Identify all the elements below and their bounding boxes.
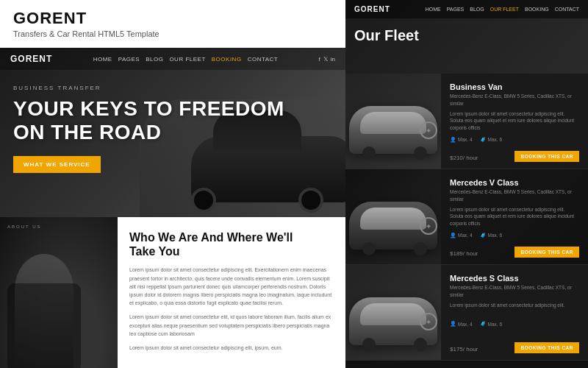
mercedes-logo-1 <box>420 121 437 139</box>
car-specs-3: 👤 Max. 4 🧳 Max. 6 <box>450 321 579 327</box>
hero-subtitle: BUSINESS TRANSFER <box>13 85 332 91</box>
car-name-2: Mercedes V Class <box>450 178 579 187</box>
brand-title: GORENT <box>13 9 332 28</box>
brand-subtitle: Transfers & Car Rental HTML5 Template <box>13 29 332 38</box>
passenger-icon-1: 👤 <box>450 137 456 143</box>
about-title-line1: Who We Are And Where We'll <box>129 231 293 244</box>
book-button-1[interactable]: BOOKING THIS CAR <box>514 151 579 162</box>
hero-title-line2: On The Road <box>13 121 162 144</box>
car-bottom-2: $189/ hour BOOKING THIS CAR <box>450 245 579 258</box>
about-image-inner <box>0 217 118 368</box>
fl-nav-pages[interactable]: PAGES <box>447 7 465 12</box>
about-tag: ABOUT US <box>7 224 42 229</box>
car-price-unit-1: / hour <box>463 155 478 161</box>
car-image-3 <box>345 265 441 360</box>
about-text-1: Lorem ipsum dolor sit amet consectetur a… <box>129 266 334 307</box>
fl-nav-fleet[interactable]: OUR FLEET <box>490 7 519 12</box>
fleet-heading: Our Fleet <box>345 18 588 49</box>
mercedes-logo-2 <box>420 217 437 235</box>
social-fb: f <box>319 56 320 63</box>
mercedes-logo-3 <box>420 313 437 330</box>
car-bottom-1: $210/ hour BOOKING THIS CAR <box>450 149 579 163</box>
nav-link-contact[interactable]: CONTACT <box>248 56 279 63</box>
nav-link-fleet[interactable]: OUR FLEET <box>169 56 205 63</box>
fl-nav-contact[interactable]: CONTACT <box>555 7 579 12</box>
car-passengers-1: 👤 Max. 4 <box>450 137 473 143</box>
car-price-unit-3: / hour <box>463 346 478 353</box>
passenger-icon-2: 👤 <box>450 233 456 238</box>
book-button-3[interactable]: BOOKING THIS CAR <box>514 342 579 353</box>
car-price-unit-2: / hour <box>463 250 478 257</box>
passenger-icon-3: 👤 <box>450 321 456 327</box>
fl-nav-blog[interactable]: BLOG <box>470 7 484 12</box>
hero-section: GORENT HOME PAGES BLOG OUR FLEET BOOKING… <box>0 48 345 217</box>
car-full-desc-2: Lorem ipsum dolor sit amet consectetur a… <box>450 206 579 227</box>
fleet-top-section: GORENT HOME PAGES BLOG OUR FLEET BOOKING… <box>345 0 588 74</box>
hero-car-wheel-front <box>191 188 216 213</box>
luggage-icon-2: 🧳 <box>480 233 487 238</box>
car-price-1: $210/ hour <box>450 149 478 163</box>
hero-car-wheel-rear <box>298 188 323 213</box>
about-text-3: Lorem ipsum dolor sit amet consectetur a… <box>129 344 334 352</box>
hero-content: BUSINESS TRANSFER Your Keys To Freedom O… <box>0 70 345 173</box>
nav-link-home[interactable]: HOME <box>93 56 112 63</box>
car-name-3: Mercedes S Class <box>450 274 579 283</box>
car-card-3: Mercedes S Class Mercedes-Benz E-Class, … <box>345 265 588 361</box>
car-image-1 <box>345 74 441 169</box>
book-button-2[interactable]: BOOKING THIS CAR <box>514 247 579 258</box>
car-desc-3: Mercedes-Benz E-Class, BMW 5 Series, Cad… <box>450 284 579 299</box>
car-specs-1: 👤 Max. 4 🧳 Max. 6 <box>450 137 579 143</box>
fl-nav-booking[interactable]: BOOKING <box>525 7 549 12</box>
car-details-3: Mercedes S Class Mercedes-Benz E-Class, … <box>441 265 588 360</box>
luggage-icon-3: 🧳 <box>480 321 487 327</box>
nav-link-blog[interactable]: BLOG <box>146 56 163 63</box>
about-content: Who We Are And Where We'll Take You Lore… <box>118 217 345 368</box>
car-desc-1: Mercedes-Benz E-Class, BMW 5 Series, Cad… <box>450 93 579 107</box>
luggage-icon-1: 🧳 <box>480 137 487 143</box>
fleet-nav: GORENT HOME PAGES BLOG OUR FLEET BOOKING… <box>345 0 588 18</box>
brand-header: GORENT Transfers & Car Rental HTML5 Temp… <box>0 0 345 48</box>
hero-title: Your Keys To Freedom On The Road <box>13 97 332 144</box>
hero-nav-social: f 𝕏 in <box>319 56 335 63</box>
about-image: ABOUT US <box>0 217 118 368</box>
hero-nav-logo: GORENT <box>10 54 52 64</box>
car-luggage-3: 🧳 Max. 6 <box>480 321 503 327</box>
car-card-2: Mercedes V Class Mercedes-Benz E-Class, … <box>345 169 588 265</box>
nav-link-booking[interactable]: BOOKING <box>212 56 242 63</box>
car-price-3: $175/ hour <box>450 341 478 354</box>
left-panel: GORENT Transfers & Car Rental HTML5 Temp… <box>0 0 345 368</box>
about-section: ABOUT US Who We Are And Where We'll Take… <box>0 217 345 368</box>
car-passengers-3: 👤 Max. 4 <box>450 321 473 327</box>
hero-title-line1: Your Keys To Freedom <box>13 97 284 120</box>
car-image-2 <box>345 169 441 264</box>
about-text-2: Lorem ipsum dolor sit amet consectetur e… <box>129 313 334 338</box>
right-panel: GORENT HOME PAGES BLOG OUR FLEET BOOKING… <box>345 0 588 368</box>
social-tw: 𝕏 <box>323 56 328 63</box>
hero-cta-button[interactable]: WHAT WE SERVICE <box>13 156 101 173</box>
car-details-2: Mercedes V Class Mercedes-Benz E-Class, … <box>441 169 588 264</box>
about-title-line2: Take You <box>129 245 179 258</box>
car-luggage-2: 🧳 Max. 6 <box>480 233 503 238</box>
car-bottom-3: $175/ hour BOOKING THIS CAR <box>450 341 579 354</box>
car-details-1: Business Van Mercedes-Benz E-Class, BMW … <box>441 74 588 169</box>
car-full-desc-3: Lorem ipsum dolor sit amet consectetur a… <box>450 302 579 309</box>
car-passengers-2: 👤 Max. 4 <box>450 233 473 238</box>
car-full-desc-1: Lorem ipsum dolor sit amet consectetur a… <box>450 110 579 132</box>
car-price-2: $189/ hour <box>450 245 478 258</box>
car-card-1: Business Van Mercedes-Benz E-Class, BMW … <box>345 74 588 169</box>
about-title: Who We Are And Where We'll Take You <box>129 230 334 258</box>
fleet-nav-links: HOME PAGES BLOG OUR FLEET BOOKING CONTAC… <box>426 7 579 12</box>
car-luggage-1: 🧳 Max. 6 <box>480 137 503 143</box>
hero-nav: GORENT HOME PAGES BLOG OUR FLEET BOOKING… <box>0 48 345 70</box>
nav-link-pages[interactable]: PAGES <box>118 56 140 63</box>
social-in: in <box>331 56 335 63</box>
car-name-1: Business Van <box>450 82 579 91</box>
fleet-nav-logo: GORENT <box>354 5 390 13</box>
car-specs-2: 👤 Max. 4 🧳 Max. 6 <box>450 233 579 238</box>
fl-nav-home[interactable]: HOME <box>426 7 441 12</box>
hero-nav-links: HOME PAGES BLOG OUR FLEET BOOKING CONTAC… <box>93 56 279 63</box>
car-desc-2: Mercedes-Benz E-Class, BMW 5 Series, Cad… <box>450 188 579 203</box>
